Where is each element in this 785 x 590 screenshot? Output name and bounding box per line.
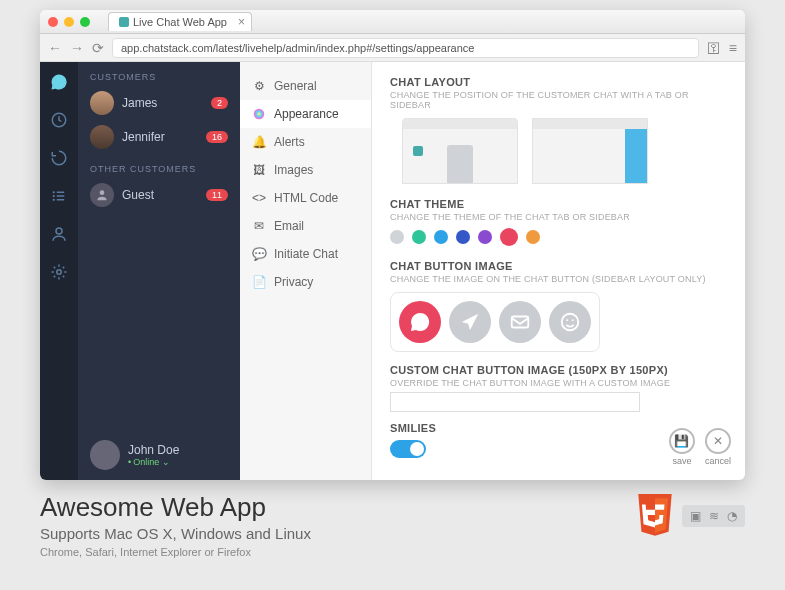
theme-color-dot[interactable] xyxy=(412,230,426,244)
theme-color-dot[interactable] xyxy=(500,228,518,246)
unread-badge: 11 xyxy=(206,189,228,201)
button-image-smile[interactable] xyxy=(549,301,591,343)
back-icon[interactable]: ← xyxy=(48,40,62,56)
button-image-send[interactable] xyxy=(449,301,491,343)
smilies-toggle[interactable] xyxy=(390,440,426,458)
forward-icon[interactable]: → xyxy=(70,40,84,56)
user-name: John Doe xyxy=(128,443,179,457)
current-user[interactable]: John Doe Online ⌄ xyxy=(78,430,240,480)
browser-tab[interactable]: Live Chat Web App × xyxy=(108,12,252,31)
lock-icon: 📄 xyxy=(252,275,266,289)
settings-nav-initiate[interactable]: 💬Initiate Chat xyxy=(240,240,371,268)
general-icon: ⚙ xyxy=(252,79,266,93)
svg-point-7 xyxy=(254,109,265,120)
offline-icon: ◔ xyxy=(727,509,737,523)
settings-nav-alerts[interactable]: 🔔Alerts xyxy=(240,128,371,156)
avatar xyxy=(90,183,114,207)
chat-layout-sub: CHANGE THE POSITION OF THE CUSTOMER CHAT… xyxy=(390,90,727,110)
palette-icon xyxy=(252,107,266,121)
settings-nav-appearance[interactable]: Appearance xyxy=(240,100,371,128)
stack-icon: ≋ xyxy=(709,509,719,523)
settings-nav-email[interactable]: ✉Email xyxy=(240,212,371,240)
save-button[interactable]: 💾save xyxy=(669,428,695,466)
tab-close-icon[interactable]: × xyxy=(238,15,245,29)
bell-icon: 🔔 xyxy=(252,135,266,149)
svg-point-11 xyxy=(572,319,574,321)
svg-point-9 xyxy=(562,314,579,331)
window-minimize-icon[interactable] xyxy=(64,17,74,27)
settings-nav: ⚙General Appearance 🔔Alerts 🖼Images <>HT… xyxy=(240,62,372,480)
svg-point-2 xyxy=(53,195,55,197)
avatar xyxy=(90,91,114,115)
customers-heading: CUSTOMERS xyxy=(78,62,240,86)
menu-icon[interactable]: ≡ xyxy=(729,40,737,56)
customer-name: Guest xyxy=(122,188,154,202)
custom-image-title: CUSTOM CHAT BUTTON IMAGE (150PX BY 150PX… xyxy=(390,364,727,376)
other-customers-heading: OTHER CUSTOMERS xyxy=(78,154,240,178)
layout-option-sidebar[interactable] xyxy=(532,118,648,184)
history-icon[interactable] xyxy=(49,148,69,168)
avatar xyxy=(90,440,120,470)
window-titlebar: Live Chat Web App × xyxy=(40,10,745,34)
svg-point-10 xyxy=(566,319,568,321)
settings-nav-privacy[interactable]: 📄Privacy xyxy=(240,268,371,296)
promo-sub1: Supports Mac OS X, Windows and Linux xyxy=(40,525,311,542)
close-icon: ✕ xyxy=(705,428,731,454)
customer-item[interactable]: James 2 xyxy=(78,86,240,120)
reload-icon[interactable]: ⟳ xyxy=(92,40,104,56)
promo-footer: Awesome Web App Supports Mac OS X, Windo… xyxy=(0,480,785,558)
button-image-chat[interactable] xyxy=(399,301,441,343)
cancel-button[interactable]: ✕cancel xyxy=(705,428,731,466)
layout-option-tab[interactable] xyxy=(402,118,518,184)
theme-color-dot[interactable] xyxy=(478,230,492,244)
chat-theme-sub: CHANGE THE THEME OF THE CHAT TAB OR SIDE… xyxy=(390,212,727,222)
chat-button-options xyxy=(390,292,600,352)
custom-image-input[interactable] xyxy=(390,392,640,412)
window-close-icon[interactable] xyxy=(48,17,58,27)
customer-item[interactable]: Guest 11 xyxy=(78,178,240,212)
tab-title: Live Chat Web App xyxy=(133,16,227,28)
url-bar: ← → ⟳ app.chatstack.com/latest/livehelp/… xyxy=(40,34,745,62)
avatar xyxy=(90,125,114,149)
theme-color-dot[interactable] xyxy=(526,230,540,244)
browser-window: Live Chat Web App × ← → ⟳ app.chatstack.… xyxy=(40,10,745,480)
theme-color-dot[interactable] xyxy=(390,230,404,244)
settings-nav-images[interactable]: 🖼Images xyxy=(240,156,371,184)
customer-item[interactable]: Jennifer 16 xyxy=(78,120,240,154)
image-icon: 🖼 xyxy=(252,163,266,177)
address-input[interactable]: app.chatstack.com/latest/livehelp/admin/… xyxy=(112,38,699,58)
icon-rail xyxy=(40,62,78,480)
key-icon[interactable]: ⚿ xyxy=(707,40,721,56)
clock-icon[interactable] xyxy=(49,110,69,130)
promo-headline: Awesome Web App xyxy=(40,492,311,523)
theme-color-dot[interactable] xyxy=(434,230,448,244)
chat-icon[interactable] xyxy=(49,72,69,92)
svg-point-5 xyxy=(57,270,62,275)
unread-badge: 16 xyxy=(206,131,228,143)
custom-image-sub: OVERRIDE THE CHAT BUTTON IMAGE WITH A CU… xyxy=(390,378,727,388)
chat-layout-title: CHAT LAYOUT xyxy=(390,76,727,88)
theme-color-strip xyxy=(390,230,727,246)
theme-color-dot[interactable] xyxy=(456,230,470,244)
chat-button-title: CHAT BUTTON IMAGE xyxy=(390,260,727,272)
customer-name: Jennifer xyxy=(122,130,165,144)
settings-nav-general[interactable]: ⚙General xyxy=(240,72,371,100)
promo-sub2: Chrome, Safari, Internet Explorer or Fir… xyxy=(40,546,311,558)
window-zoom-icon[interactable] xyxy=(80,17,90,27)
svg-point-3 xyxy=(53,199,55,201)
chevron-down-icon: ⌄ xyxy=(162,457,170,467)
gear-icon[interactable] xyxy=(49,262,69,282)
svg-rect-8 xyxy=(512,317,529,328)
speech-icon: 💬 xyxy=(252,247,266,261)
user-icon[interactable] xyxy=(49,224,69,244)
app-body: CUSTOMERS James 2 Jennifer 16 OTHER CUST… xyxy=(40,62,745,480)
tech-badges: ▣ ≋ ◔ xyxy=(682,505,745,527)
unread-badge: 2 xyxy=(211,97,228,109)
svg-point-4 xyxy=(56,228,62,234)
chat-button-sub: CHANGE THE IMAGE ON THE CHAT BUTTON (SID… xyxy=(390,274,727,284)
settings-content: CHAT LAYOUT CHANGE THE POSITION OF THE C… xyxy=(372,62,745,480)
settings-nav-html[interactable]: <>HTML Code xyxy=(240,184,371,212)
list-icon[interactable] xyxy=(49,186,69,206)
button-image-mail[interactable] xyxy=(499,301,541,343)
code-icon: <> xyxy=(252,191,266,205)
